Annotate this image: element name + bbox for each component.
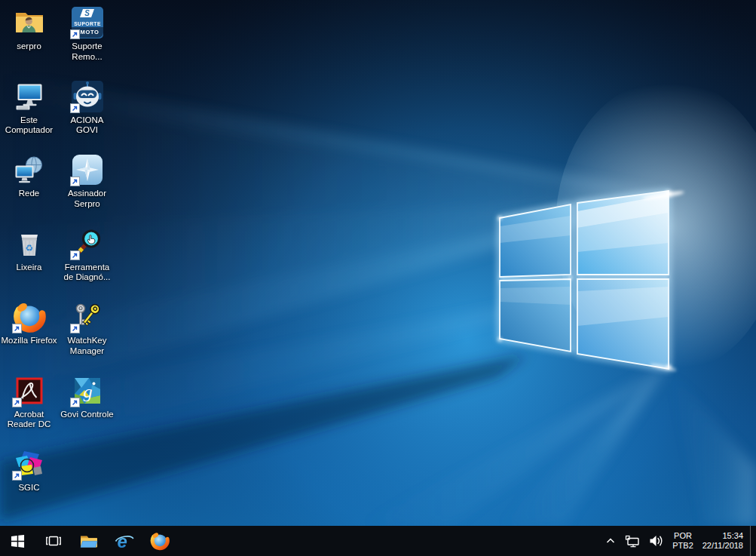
sgic-icon	[13, 447, 46, 481]
shortcut-arrow-icon	[70, 177, 80, 186]
shortcut-arrow-icon	[70, 250, 80, 260]
taskbar: e	[0, 526, 756, 556]
task-view-icon	[45, 534, 62, 548]
serpro-folder-icon	[13, 6, 46, 39]
desktop-icon-label: Rede	[19, 189, 40, 199]
svg-text:g: g	[83, 382, 92, 401]
windows-desktop-screen: serpro Este Computador	[0, 0, 756, 556]
shortcut-arrow-icon	[70, 29, 80, 39]
windows-logo-icon	[11, 534, 25, 548]
desktop-icon-serpro[interactable]: serpro	[0, 5, 58, 78]
clock[interactable]: 15:34 22/11/2018	[698, 526, 750, 556]
task-view-button[interactable]	[35, 526, 71, 556]
desktop-icon-label: Suporte Remo...	[59, 41, 115, 62]
desktop-icon-label: Govi Controle	[60, 410, 113, 420]
acrobat-reader-icon	[13, 374, 46, 407]
desktop-icon-este-computador[interactable]: Este Computador	[0, 78, 58, 152]
network-globe-icon	[13, 153, 46, 186]
desktop-icon-govi-controle[interactable]: g Govi Controle	[58, 373, 116, 447]
wired-network-icon	[625, 535, 640, 548]
desktop-icon-aciona-govi[interactable]: ACIONA GOVI	[58, 78, 116, 152]
magnifier-hand-icon	[71, 227, 104, 260]
internet-explorer-icon: e	[115, 531, 134, 551]
shortcut-arrow-icon	[12, 398, 22, 407]
keyboard-layout-code: PTB2	[672, 541, 693, 551]
govi-tile-icon: g	[71, 374, 104, 407]
shortcut-arrow-icon	[12, 471, 22, 481]
speaker-icon	[649, 535, 663, 547]
time-text: 15:34	[702, 531, 743, 541]
language-indicator[interactable]: POR PTB2	[668, 526, 698, 556]
desktop-icon-suporte-remoto[interactable]: S SUPORTE MOTO Suporte Remo...	[58, 5, 116, 78]
desktop-icon-label: Assinador Serpro	[59, 189, 115, 209]
shortcut-arrow-icon	[70, 398, 80, 407]
desktop-icon-mozilla-firefox[interactable]: Mozilla Firefox	[0, 299, 58, 373]
desktop-icon-label: ACIONA GOVI	[59, 115, 115, 136]
desktop-icon-lixeira[interactable]: ♻ Lixeira	[0, 226, 58, 300]
desktop[interactable]: serpro Este Computador	[0, 0, 756, 526]
firefox-icon	[150, 531, 170, 551]
desktop-icon-acrobat-reader[interactable]: Acrobat Reader DC	[0, 373, 58, 447]
hidden-icons-chevron[interactable]	[601, 526, 620, 556]
desktop-icon-ferramenta-diagnostico[interactable]: Ferramenta de Diagnó...	[58, 226, 116, 300]
svg-text:e: e	[117, 531, 127, 551]
svg-text:SUPORTE: SUPORTE	[74, 21, 101, 26]
desktop-icon-label: Lixeira	[17, 263, 42, 273]
this-pc-icon	[13, 80, 46, 113]
desktop-icon-label: Ferramenta de Diagnó...	[59, 263, 115, 283]
date-text: 22/11/2018	[702, 541, 743, 551]
shortcut-arrow-icon	[12, 324, 22, 333]
desktop-icon-watchkey-manager[interactable]: WatchKey Manager	[58, 299, 116, 373]
desktop-icon-label: Mozilla Firefox	[1, 336, 57, 346]
network-tray-button[interactable]	[620, 526, 644, 556]
shortcut-arrow-icon	[70, 103, 80, 113]
volume-tray-button[interactable]	[644, 526, 668, 556]
keys-icon	[71, 300, 104, 333]
show-desktop-button[interactable]	[750, 526, 756, 556]
diamond-star-icon	[71, 153, 104, 186]
firefox-taskbar-button[interactable]	[142, 526, 177, 556]
desktop-icon-label: serpro	[17, 41, 41, 52]
language-code: POR	[672, 531, 693, 541]
desktop-icon-label: WatchKey Manager	[59, 336, 115, 356]
desktop-icon-sgic[interactable]: SGIC	[0, 446, 58, 520]
desktop-icon-grid: serpro Este Computador	[0, 5, 116, 520]
svg-text:S: S	[84, 9, 90, 17]
file-explorer-button[interactable]	[71, 526, 106, 556]
desktop-icon-label: Este Computador	[1, 115, 57, 136]
recycle-bin-icon: ♻	[13, 227, 46, 260]
file-explorer-icon	[79, 531, 99, 551]
firefox-icon	[13, 300, 46, 333]
start-button[interactable]	[0, 526, 35, 556]
shortcut-arrow-icon	[70, 324, 80, 333]
desktop-icon-label: SGIC	[18, 483, 39, 493]
svg-text:♻: ♻	[25, 242, 33, 253]
chevron-up-icon	[605, 536, 616, 545]
suporte-remoto-tile-icon: S SUPORTE MOTO	[71, 6, 104, 39]
internet-explorer-button[interactable]: e	[106, 526, 142, 556]
desktop-icon-rede[interactable]: Rede	[0, 152, 58, 226]
system-tray: POR PTB2 15:34 22/11/2018	[601, 526, 756, 556]
desktop-icon-label: Acrobat Reader DC	[1, 410, 57, 430]
svg-text:MOTO: MOTO	[80, 29, 99, 35]
desktop-icon-assinador-serpro[interactable]: Assinador Serpro	[58, 152, 116, 226]
robot-icon	[71, 80, 104, 113]
